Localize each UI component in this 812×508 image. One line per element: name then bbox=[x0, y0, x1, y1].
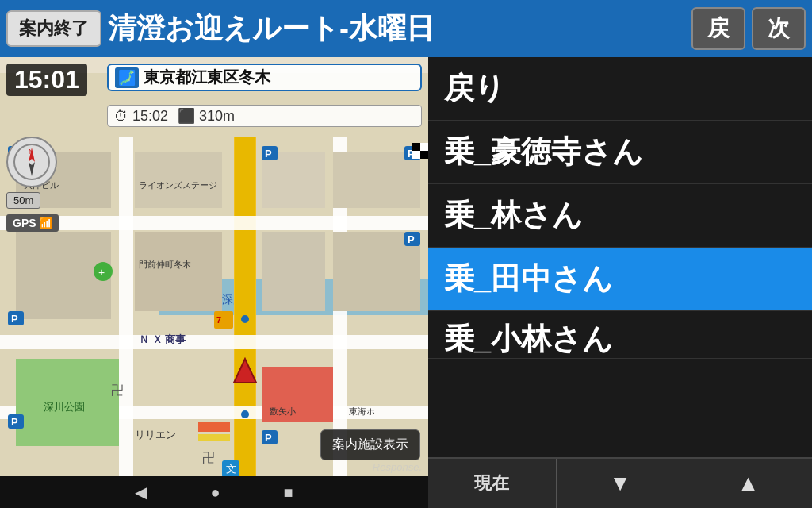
svg-text:P: P bbox=[11, 313, 18, 325]
header-bar: 案内終了 清澄お迎えルート-水曜日 戻 次 bbox=[0, 0, 812, 57]
menu-item-2[interactable]: 乗_林さん bbox=[428, 184, 812, 248]
svg-text:ライオンズステージ: ライオンズステージ bbox=[139, 180, 217, 190]
bottom-controls: 現在▼▲ bbox=[428, 457, 812, 508]
svg-rect-6 bbox=[0, 335, 428, 349]
svg-text:卍: 卍 bbox=[202, 451, 215, 464]
bottom-btn-2[interactable]: ▲ bbox=[684, 459, 812, 508]
response-watermark: Response. bbox=[373, 461, 422, 473]
eta-bar: ⏱ 15:02 ⬛ 310m bbox=[107, 105, 422, 127]
next-button[interactable]: 次 bbox=[752, 7, 806, 50]
svg-text:リリエン: リリエン bbox=[135, 429, 176, 441]
svg-text:卍: 卍 bbox=[111, 383, 124, 397]
svg-text:7: 7 bbox=[216, 315, 221, 325]
back-button[interactable]: 戻 bbox=[691, 7, 745, 50]
location-flag-icon: 🗾 bbox=[115, 67, 139, 88]
svg-rect-13 bbox=[135, 232, 222, 311]
svg-text:P: P bbox=[11, 416, 18, 428]
gps-button[interactable]: GPS 📶 bbox=[6, 214, 59, 232]
svg-rect-16 bbox=[333, 152, 420, 208]
svg-text:東海ホ: 東海ホ bbox=[349, 406, 375, 416]
time-display: 15:01 bbox=[6, 64, 87, 96]
svg-rect-15 bbox=[262, 232, 325, 311]
svg-text:N: N bbox=[29, 148, 34, 156]
svg-rect-14 bbox=[262, 152, 325, 208]
eta-distance: ⬛ 310m bbox=[178, 107, 235, 125]
android-home-button[interactable]: ● bbox=[210, 483, 220, 502]
location-text: 東京都江東区冬木 bbox=[144, 67, 270, 88]
svg-rect-5 bbox=[0, 216, 428, 230]
svg-text:P: P bbox=[265, 432, 272, 444]
svg-rect-47 bbox=[420, 151, 428, 159]
menu-items-list: 戻り乗_豪徳寺さん乗_林さん乗_田中さん乗_小林さん bbox=[428, 57, 812, 359]
route-popup[interactable]: 案内施設表示 bbox=[320, 429, 420, 460]
scale-bar: 50m bbox=[6, 192, 40, 209]
menu-item-1[interactable]: 乗_豪徳寺さん bbox=[428, 121, 812, 184]
svg-point-48 bbox=[241, 315, 249, 323]
svg-rect-56 bbox=[198, 422, 230, 432]
svg-rect-57 bbox=[198, 434, 230, 441]
android-nav-bar: ◀ ● ■ bbox=[0, 476, 428, 508]
svg-rect-8 bbox=[119, 137, 133, 492]
menu-area: 戻り乗_豪徳寺さん乗_林さん乗_田中さん乗_小林さん 現在▼▲ bbox=[428, 57, 812, 508]
compass[interactable]: N bbox=[6, 137, 57, 187]
svg-rect-46 bbox=[412, 143, 420, 151]
menu-item-3[interactable]: 乗_田中さん bbox=[428, 248, 812, 311]
svg-text:文: 文 bbox=[226, 463, 236, 475]
svg-text:P: P bbox=[265, 148, 272, 160]
svg-text:P: P bbox=[408, 233, 415, 245]
bottom-btn-0[interactable]: 現在 bbox=[428, 459, 557, 508]
svg-point-49 bbox=[241, 410, 249, 418]
svg-text:+: + bbox=[98, 266, 105, 279]
android-recent-button[interactable]: ■ bbox=[284, 483, 293, 502]
map-area[interactable]: 首都高９号深川線 深川公園 大洋ビル bbox=[0, 57, 428, 508]
main-content: 首都高９号深川線 深川公園 大洋ビル bbox=[0, 57, 812, 508]
svg-text:門前仲町冬木: 門前仲町冬木 bbox=[139, 260, 191, 269]
svg-text:数矢小: 数矢小 bbox=[270, 406, 296, 416]
eta-time: ⏱ 15:02 bbox=[114, 108, 168, 125]
menu-item-0[interactable]: 戻り bbox=[428, 57, 812, 121]
end-guidance-button[interactable]: 案内終了 bbox=[6, 10, 102, 47]
svg-rect-4 bbox=[235, 137, 255, 492]
location-bar: 🗾 東京都江東区冬木 bbox=[107, 64, 422, 91]
android-back-button[interactable]: ◀ bbox=[135, 483, 147, 502]
menu-item-4[interactable]: 乗_小林さん bbox=[428, 311, 812, 359]
svg-text:Ｎ Ｘ 商事: Ｎ Ｘ 商事 bbox=[139, 333, 186, 345]
route-title: 清澄お迎えルート-水曜日 bbox=[108, 10, 685, 48]
bottom-btn-1[interactable]: ▼ bbox=[557, 459, 685, 508]
svg-text:深川公園: 深川公園 bbox=[44, 401, 85, 413]
